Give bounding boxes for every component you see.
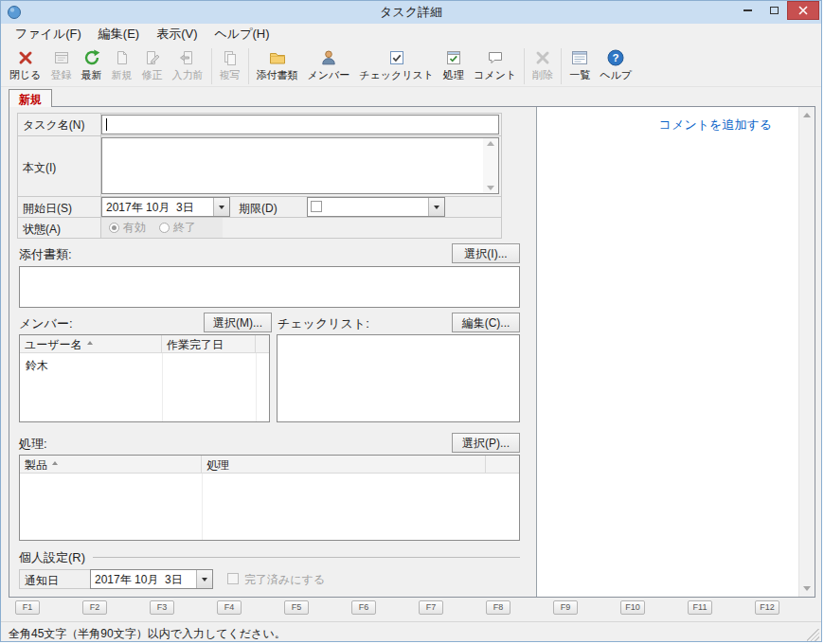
toolbar-attachments-button[interactable]: 添付書類 — [252, 46, 303, 83]
resize-grip[interactable] — [807, 629, 819, 641]
status-radio-group: 有効 終了 — [101, 218, 223, 238]
toolbar-close-button[interactable]: 閉じる — [5, 46, 46, 83]
chevron-down-icon — [219, 206, 224, 209]
process-col-product[interactable]: 製品 — [20, 456, 202, 474]
process-icon — [444, 48, 463, 67]
fkey-f7[interactable]: F7 — [419, 600, 443, 615]
comment-panel: コメントを追加する — [536, 107, 815, 597]
deadline-combo[interactable] — [307, 197, 445, 217]
attachments-listbox[interactable] — [19, 266, 520, 308]
radio-selected-icon — [109, 223, 119, 233]
process-col-process[interactable]: 処理 — [202, 456, 486, 474]
minimize-icon — [743, 9, 752, 11]
revert-icon — [178, 48, 197, 67]
body-textarea[interactable] — [101, 137, 499, 194]
maximize-button[interactable] — [761, 1, 787, 20]
tab-new[interactable]: 新規 — [9, 89, 52, 107]
radio-icon — [159, 223, 170, 233]
toolbar-process-button[interactable]: 処理 — [439, 46, 469, 83]
fkey-f4[interactable]: F4 — [217, 600, 242, 615]
divider — [93, 557, 520, 558]
menu-item-help[interactable]: ヘルプ(H) — [206, 23, 278, 45]
register-icon — [52, 48, 71, 67]
dropdown-button[interactable] — [213, 198, 229, 216]
start-date-value: 2017年 10月 3日 — [106, 200, 211, 216]
fkey-f1[interactable]: F1 — [15, 600, 40, 615]
close-doc-icon — [16, 48, 35, 67]
toolbar-checklist-button[interactable]: チェックリスト — [354, 46, 439, 83]
divider — [202, 474, 203, 540]
member-row-user[interactable]: 鈴木 — [26, 358, 48, 374]
toolbar-refresh-button[interactable]: 最新 — [77, 46, 107, 83]
dropdown-button[interactable] — [196, 570, 212, 588]
process-table: 製品 処理 — [19, 455, 520, 541]
menu-item-edit[interactable]: 編集(E) — [90, 23, 148, 45]
close-window-icon — [797, 5, 809, 16]
fkey-f11[interactable]: F11 — [688, 600, 712, 615]
checklist-listbox[interactable] — [277, 334, 520, 422]
body-label: 本文(I) — [23, 160, 56, 176]
close-button[interactable] — [787, 1, 819, 20]
fkey-f12[interactable]: F12 — [755, 600, 779, 615]
body-scrollbar[interactable] — [483, 138, 498, 193]
scroll-up-icon — [803, 113, 811, 117]
fkey-f6[interactable]: F6 — [351, 600, 376, 615]
members-col-user[interactable]: ユーザー名 — [20, 335, 162, 353]
menu-item-view[interactable]: 表示(V) — [148, 23, 206, 45]
toolbar-list-button[interactable]: 一覧 — [564, 46, 595, 83]
checklist-icon — [387, 48, 406, 67]
fkey-f3[interactable]: F3 — [150, 600, 174, 615]
task-name-input[interactable] — [101, 115, 499, 134]
attachments-select-button[interactable]: 選択(I)... — [452, 243, 520, 263]
checklist-edit-button[interactable]: 編集(C)... — [452, 313, 520, 332]
sort-asc-icon — [52, 461, 58, 465]
toolbar-copy-button: 複写 — [215, 46, 245, 83]
mark-complete-label: 完了済みにする — [244, 572, 325, 588]
toolbar-refresh-label: 最新 — [81, 68, 102, 82]
toolbar-delete-button: 削除 — [528, 46, 558, 83]
process-select-button[interactable]: 選択(P)... — [452, 433, 520, 453]
scroll-down-button[interactable] — [799, 581, 815, 597]
members-select-button[interactable]: 選択(M)... — [204, 313, 272, 332]
toolbar-separator — [248, 48, 249, 84]
divider — [17, 217, 502, 218]
toolbar-comment-button[interactable]: コメント — [469, 46, 521, 83]
main-panel: タスク名(N) 本文(I) 開始日(S) 2017年 10月 3日 期限(D) — [9, 106, 815, 598]
toolbar-help-button[interactable]: ? ヘルプ — [595, 46, 636, 83]
copy-icon — [221, 48, 240, 67]
members-col-completed[interactable]: 作業完了日 — [162, 335, 256, 353]
divider — [162, 353, 163, 421]
process-table-header: 製品 処理 — [20, 456, 519, 474]
minimize-button[interactable] — [734, 1, 761, 20]
fkey-f5[interactable]: F5 — [284, 600, 309, 615]
toolbar-members-button[interactable]: メンバー — [303, 46, 355, 83]
menu-item-file[interactable]: ファイル(F) — [7, 23, 90, 45]
start-date-combo[interactable]: 2017年 10月 3日 — [101, 197, 230, 217]
toolbar-new-button: 新規 — [107, 46, 137, 83]
toolbar-separator — [211, 48, 212, 84]
chevron-down-icon — [202, 578, 207, 581]
toolbar-close-label: 閉じる — [9, 68, 42, 82]
sort-asc-icon — [87, 341, 93, 345]
svg-text:?: ? — [613, 52, 619, 63]
toolbar-members-label: メンバー — [308, 68, 350, 82]
status-active-label: 有効 — [123, 220, 146, 236]
status-label: 状態(A) — [23, 222, 61, 238]
mark-complete-checkbox — [227, 573, 239, 584]
deadline-checkbox[interactable] — [311, 201, 322, 212]
member-icon — [319, 48, 338, 67]
scroll-up-button[interactable] — [799, 107, 815, 123]
toolbar-checklist-label: チェックリスト — [359, 68, 434, 82]
toolbar-register-button: 登録 — [46, 46, 77, 83]
fkey-f9[interactable]: F9 — [553, 600, 578, 615]
members-table: ユーザー名 作業完了日 鈴木 — [19, 334, 270, 422]
notify-date-combo[interactable]: 2017年 10月 3日 — [90, 569, 213, 589]
status-option-done: 終了 — [159, 220, 196, 236]
fkey-f2[interactable]: F2 — [82, 600, 107, 615]
fkey-f10[interactable]: F10 — [620, 600, 645, 615]
add-comment-link[interactable]: コメントを追加する — [659, 116, 772, 134]
toolbar-copy-label: 複写 — [220, 68, 241, 82]
dropdown-button[interactable] — [428, 198, 444, 216]
comment-scrollbar[interactable] — [798, 107, 815, 597]
fkey-f8[interactable]: F8 — [486, 600, 511, 615]
